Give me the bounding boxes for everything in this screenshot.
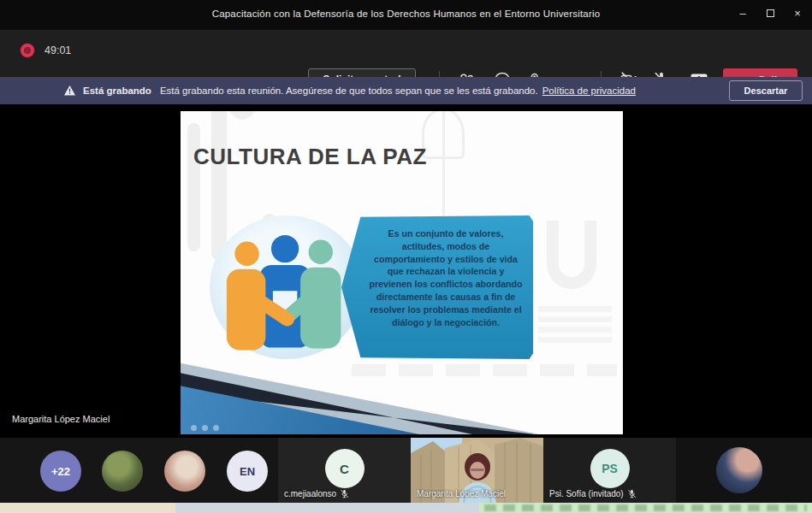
overflow-participants-badge[interactable]: +22 [40,451,81,492]
participant-label: Margarita López Maciel [417,489,506,498]
slideshow-control-dot [202,425,208,431]
participant-initials-en[interactable]: EN [227,451,268,492]
maximize-button[interactable] [762,5,778,21]
meeting-toolbar: 49:01 Solicitar control [0,30,812,77]
definition-bubble: Es un conjunto de valores, actitudes, mo… [341,215,533,359]
participant-tile-psisofia[interactable]: PS Psi. Sofía (invitado) [543,438,676,503]
banner-message: Está grabando esta reunión. Asegúrese de… [160,86,538,96]
caption-strip [479,503,812,513]
participants-filmstrip: +22 EN C c.mejiaalonso [0,438,812,503]
participant-label: Psi. Sofía (invitado) [549,489,637,498]
participant-video-tile[interactable]: Margarita López Maciel [411,438,543,503]
presentation-slide: CULTURA DE LA PAZ [181,111,623,434]
warning-icon [63,85,76,97]
watermark-logo-u [547,221,596,289]
participant-avatar [716,447,762,493]
window-controls: – × [735,5,805,21]
slideshow-control-dot [213,425,219,431]
participant-initial: C [325,449,365,488]
presenter-name-label: Margarita López Maciel [12,414,110,424]
teams-meeting-window: Capacitación con la Defensoría de los De… [0,0,812,513]
desktop-strip-segment [175,503,479,513]
shared-screen-stage: CULTURA DE LA PAZ [0,104,812,438]
slideshow-controls[interactable] [191,425,219,431]
mic-muted-icon [340,489,349,498]
close-button[interactable]: × [790,5,805,21]
participant-avatar[interactable] [102,451,143,492]
background-desktop-strip [0,503,812,513]
maximize-icon [767,9,774,17]
people-illustration [210,215,364,359]
bubble-text: Es un conjunto de valores, actitudes, mo… [367,227,525,329]
participant-avatar[interactable] [164,451,205,492]
meeting-timer: 49:01 [44,44,71,56]
participant-label: c.mejiaalonso [284,489,349,498]
watermark-text-line [352,364,617,376]
recording-indicator: 49:01 [21,44,71,57]
watermark-shape [187,123,200,251]
banner-bold-label: Está grabando [83,86,151,96]
recording-banner: Está grabando Está grabando esta reunión… [0,77,812,104]
participant-initial: PS [590,449,630,488]
slideshow-control-dot [191,425,197,431]
watermark-text-block [538,306,612,345]
recording-dot-icon [21,44,34,57]
titlebar: Capacitación con la Defensoría de los De… [0,0,812,30]
watermark-shape [227,111,258,120]
privacy-policy-link[interactable]: Política de privacidad [542,86,636,96]
handshake-people-icon [210,215,364,359]
watermark-flower [422,111,465,159]
mic-muted-icon [627,489,637,498]
participant-tile-cmejiaalonso[interactable]: C c.mejiaalonso [278,438,411,503]
desktop-strip-segment [0,503,175,513]
window-title: Capacitación con la Defensoría de los De… [0,9,812,19]
slide-title: CULTURA DE LA PAZ [193,144,427,170]
dismiss-button[interactable]: Descartar [729,80,803,101]
participant-tile-right[interactable] [676,438,812,503]
minimize-button[interactable]: – [735,5,750,21]
